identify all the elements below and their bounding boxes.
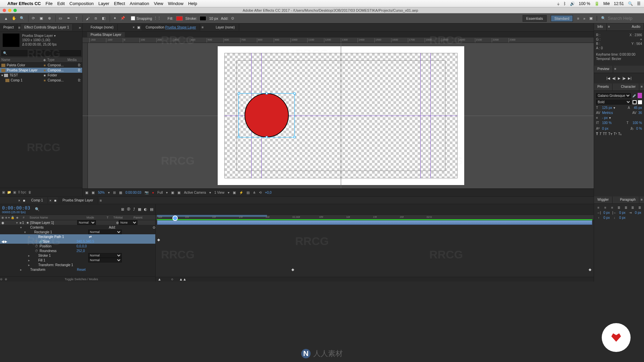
tab-info[interactable]: Info — [594, 23, 607, 31]
fast-preview-icon[interactable]: ⚡ — [239, 191, 243, 194]
leading[interactable]: 45 px — [634, 106, 642, 110]
timeline-tab-comp1[interactable]: Comp 1 — [26, 197, 48, 203]
justify-left-icon[interactable]: ≣ — [616, 206, 621, 209]
indent-left[interactable]: 0 px — [603, 211, 610, 215]
window-close[interactable] — [3, 9, 6, 12]
vscale[interactable]: 100 % — [602, 121, 611, 125]
justify-center-icon[interactable]: ≣ — [624, 206, 628, 209]
timeline-icon[interactable]: ▤ — [247, 191, 250, 194]
project-item[interactable]: Prueba Shape Layer ■Composi...0: — [0, 68, 82, 73]
menu-animation[interactable]: Animation — [130, 1, 149, 6]
menu-file[interactable]: File — [46, 1, 53, 6]
menu-edit[interactable]: Edit — [57, 1, 65, 6]
rect-tool[interactable]: ▭ — [57, 15, 64, 22]
tab-layer[interactable]: Layer (none) — [212, 24, 239, 31]
bpc-toggle[interactable]: 8 bpc — [18, 190, 26, 194]
position-value[interactable]: 0,0,0,0 — [76, 244, 87, 248]
tl-opt1-icon[interactable]: ⊞ — [121, 207, 124, 212]
zoom-level[interactable]: 50% — [98, 191, 105, 194]
indent-right[interactable]: 0 px — [619, 211, 626, 215]
type-tool[interactable]: T — [73, 15, 80, 22]
comp-name[interactable]: Prueba Shape Layer ▾ — [22, 34, 57, 38]
text-stroke-swatch[interactable] — [633, 100, 637, 104]
comp-subtab[interactable]: Prueba Shape Layer — [87, 32, 125, 37]
window-maximize[interactable] — [13, 9, 17, 12]
clone-tool[interactable]: ⧈ — [92, 15, 99, 22]
play-icon[interactable]: ▶ — [618, 76, 621, 80]
grid-icon[interactable]: ▦ — [119, 191, 122, 194]
swap-colors-icon[interactable] — [638, 100, 642, 104]
menubar-volume-icon[interactable]: 🔊 — [570, 1, 575, 6]
composition-canvas[interactable] — [88, 43, 594, 188]
col-type[interactable]: Type — [47, 58, 67, 62]
stroke-width[interactable]: 10 px — [209, 16, 218, 20]
pen-tool[interactable]: ✒ — [65, 15, 72, 22]
menu-composition[interactable]: Composition — [69, 1, 94, 6]
search-help-input[interactable] — [608, 16, 641, 21]
align-left-icon[interactable]: ≡ — [596, 206, 601, 209]
menubar-time[interactable]: 12:51 — [614, 1, 624, 6]
transparency-icon[interactable]: ▣ — [171, 191, 174, 194]
last-frame-icon[interactable]: ▶| — [628, 76, 632, 80]
selection-bounds[interactable] — [238, 93, 295, 137]
parent-select[interactable]: None — [119, 220, 138, 225]
prop-stroke[interactable]: ▸ Stroke 1 Normal — [0, 253, 155, 258]
space-before[interactable]: 0 px — [603, 216, 610, 220]
selection-tool[interactable]: ▲ — [3, 15, 9, 22]
graph-editor-icon[interactable]: ▤ — [150, 207, 153, 212]
tl-footer-icon1[interactable]: ⊚ — [0, 278, 3, 281]
snapping-checkbox[interactable] — [131, 16, 135, 20]
layer-row[interactable]: ◉ ▾■ 1 ★ [Shape Layer 1] Normal ⊚ None — [0, 220, 155, 225]
col-media[interactable]: Media — [67, 58, 76, 62]
menu-view[interactable]: View — [154, 1, 163, 6]
timeline-tab-active[interactable]: Prueba Shape Layer — [58, 197, 98, 203]
timeline-time[interactable]: 0:00:00:03 — [2, 205, 30, 210]
tracking[interactable]: 36 — [638, 111, 642, 115]
align-center-icon[interactable]: ≡ — [603, 206, 607, 209]
stroke-width-text[interactable]: - px — [602, 116, 608, 120]
keyframe-icon[interactable] — [589, 268, 591, 271]
tab-paragraph[interactable]: Paragraph — [616, 196, 639, 203]
search-layers-icon[interactable]: 🔍 — [35, 207, 40, 212]
menu-effect[interactable]: Effect — [114, 1, 125, 6]
zoom-tool[interactable]: 🔍 — [19, 15, 25, 22]
menubar-battery[interactable]: 100 % — [579, 1, 590, 6]
hand-tool[interactable]: ✋ — [11, 15, 17, 22]
exposure[interactable]: +0,0 — [265, 191, 272, 194]
menubar-day[interactable]: Mié — [603, 1, 610, 6]
baseline[interactable]: 0 px — [602, 127, 608, 130]
tab-footage[interactable]: Footage (none) — [87, 24, 118, 31]
puppet-tool[interactable]: 📌 — [119, 15, 126, 22]
region-icon[interactable]: ▣ — [177, 191, 180, 194]
current-time[interactable]: 0:00:00:03 — [125, 191, 141, 194]
trash-icon[interactable]: 🗑 — [28, 190, 32, 194]
workspace-essentials[interactable]: Essentials — [523, 15, 547, 22]
view-select[interactable]: 1 View — [214, 191, 224, 194]
playhead[interactable] — [172, 216, 178, 221]
tl-opt2-icon[interactable]: ⦿ — [127, 207, 130, 212]
prop-rectpath[interactable]: ▾ Rectangle Path 1 ⇄ — [0, 234, 155, 239]
add-button[interactable]: ⊙ — [231, 16, 234, 20]
resolution-icon[interactable]: ⊞ — [113, 191, 116, 194]
menu-layer[interactable]: Layer — [98, 1, 109, 6]
justify-right-icon[interactable]: ≣ — [630, 206, 635, 209]
snap-opt-icon[interactable]: ⋮⋮ — [154, 16, 161, 20]
viewer-alpha-icon[interactable]: ▣ — [92, 191, 95, 194]
prev-frame-icon[interactable]: ◀| — [612, 76, 616, 80]
prop-rect[interactable]: ▾ Rectangle 1 Normal — [0, 230, 155, 234]
stroke-label[interactable]: Stroke: — [185, 16, 197, 20]
tab-wiggler[interactable]: Wiggler — [594, 196, 612, 203]
roundness-value[interactable]: 252,0 — [76, 249, 85, 253]
workspace-menu-icon[interactable]: ≡ — [577, 16, 579, 20]
subscript-icon[interactable]: T₁ — [618, 132, 622, 136]
eraser-tool[interactable]: ◧ — [100, 15, 107, 22]
menubar-search-icon[interactable]: 🔍 — [628, 1, 633, 6]
new-folder-icon[interactable]: 📁 — [7, 190, 11, 194]
menubar-bluetooth-icon[interactable]: ᛒ — [564, 1, 566, 6]
shy-icon[interactable]: ⤴ — [133, 207, 135, 212]
tl-footer-icon2[interactable]: ⊕ — [5, 278, 7, 281]
frame-blend-icon[interactable]: ▦ — [138, 207, 141, 212]
bold-icon[interactable]: T — [596, 132, 598, 136]
timeline-zoom-slider[interactable]: ▲ ○ ▲▲ — [156, 277, 594, 282]
pan-behind-tool[interactable]: ⊕ — [46, 15, 53, 22]
